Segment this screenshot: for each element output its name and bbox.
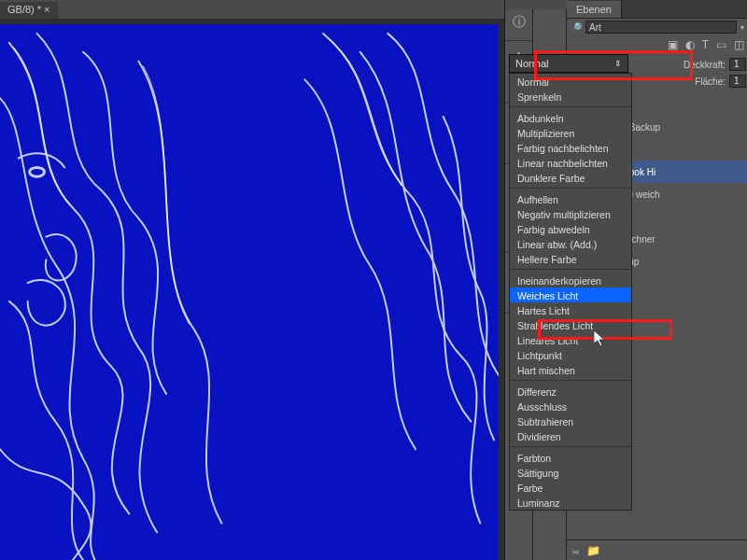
blend-option-dividieren[interactable]: Dividieren [510, 428, 631, 443]
blend-option-farbe[interactable]: Farbe [510, 480, 631, 495]
blend-option-sprenkeln[interactable]: Sprenkeln [510, 89, 631, 104]
blend-option-normal[interactable]: Normal [510, 74, 631, 89]
layer-search-input[interactable] [585, 21, 737, 34]
fill-value[interactable]: 1 [729, 75, 746, 88]
blend-option-linear-abw-add-[interactable]: Linear abw. (Add.) [510, 236, 631, 251]
opacity-label: Deckkraft: [684, 60, 726, 70]
chevron-updown-icon: ⇕ [614, 59, 622, 68]
tab-layers[interactable]: Ebenen [567, 1, 622, 18]
search-dropdown-icon[interactable]: ▾ [740, 23, 744, 32]
artwork-image [0, 24, 499, 560]
filter-shape-icon[interactable]: ▭ [716, 38, 726, 51]
blend-option-farbton[interactable]: Farbton [510, 450, 631, 465]
blend-option-abdunkeln[interactable]: Abdunkeln [510, 110, 631, 125]
info-icon[interactable]: ⓘ [505, 9, 532, 35]
blend-option-luminanz[interactable]: Luminanz [510, 495, 631, 510]
blend-option-multiplizieren[interactable]: Multiplizieren [510, 125, 631, 140]
blend-mode-current: Normal [515, 58, 548, 69]
blend-option-hart-mischen[interactable]: Hart mischen [510, 362, 631, 377]
blend-option-farbig-abwedeln[interactable]: Farbig abwedeln [510, 221, 631, 236]
blend-option-hellere-farbe[interactable]: Hellere Farbe [510, 251, 631, 266]
opacity-value[interactable]: 1 [729, 58, 746, 71]
filter-icons-row: ▣ ◐ T ▭ ◫ [567, 35, 747, 54]
cursor-icon [594, 330, 607, 347]
search-icon: 🔎 [571, 22, 582, 33]
link-layers-icon[interactable]: ⨝ [572, 544, 579, 557]
blend-option-strahlendes-licht[interactable]: Strahlendes Licht [510, 317, 631, 332]
blend-option-farbig-nachbelichten[interactable]: Farbig nachbelichten [510, 140, 631, 155]
filter-image-icon[interactable]: ▣ [668, 38, 678, 51]
blend-option-hartes-licht[interactable]: Hartes Licht [510, 302, 631, 317]
blend-option-aufhellen[interactable]: Aufhellen [510, 191, 631, 206]
blend-option-lineares-licht[interactable]: Lineares Licht [510, 332, 631, 347]
blend-mode-menu[interactable]: NormalSprenkelnAbdunkelnMultiplizierenFa… [509, 73, 632, 511]
blend-option-differenz[interactable]: Differenz [510, 384, 631, 399]
layers-footer: ⨝ 📁 [567, 539, 747, 560]
blend-option-weiches-licht[interactable]: Weiches Licht [510, 287, 631, 302]
blend-option-negativ-multiplizieren[interactable]: Negativ multiplizieren [510, 206, 631, 221]
folder-icon[interactable]: 📁 [586, 544, 600, 557]
blend-option-subtrahieren[interactable]: Subtrahieren [510, 413, 631, 428]
blend-option-linear-nachbelichten[interactable]: Linear nachbelichten [510, 155, 631, 170]
document-tab[interactable]: GB/8) * × [0, 2, 58, 21]
blend-mode-select[interactable]: Normal ⇕ [509, 54, 628, 73]
canvas-area[interactable] [0, 19, 504, 560]
fill-label: Fläche: [695, 77, 726, 87]
blend-option-lichtpunkt[interactable]: Lichtpunkt [510, 347, 631, 362]
filter-type-icon[interactable]: T [702, 38, 709, 51]
blend-option-ausschluss[interactable]: Ausschluss [510, 399, 631, 413]
blend-option-s-ttigung[interactable]: Sättigung [510, 465, 631, 480]
blend-option-dunklere-farbe[interactable]: Dunklere Farbe [510, 170, 631, 185]
filter-smart-icon[interactable]: ◫ [734, 38, 744, 51]
blend-option-ineinanderkopieren[interactable]: Ineinanderkopieren [510, 273, 631, 287]
filter-adjust-icon[interactable]: ◐ [685, 38, 695, 51]
